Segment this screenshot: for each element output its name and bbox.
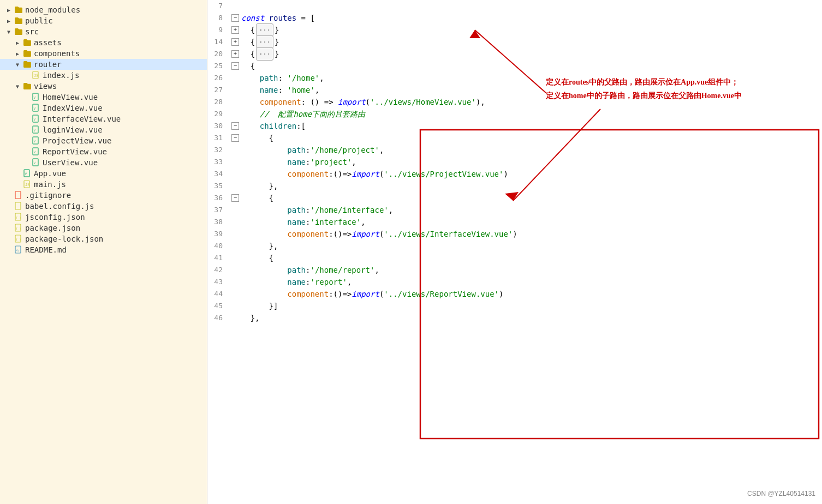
code-editor[interactable]: 7 8 9 14 20 25 26 27 28 29 30 31 32 33 3… — [207, 0, 822, 504]
sidebar-item-projectview[interactable]: V ProjectView.vue — [0, 135, 207, 146]
sidebar-item-node-modules[interactable]: ▶ node_modules — [0, 4, 207, 15]
vue-file-icon: V — [32, 115, 40, 123]
sidebar-item-homeview[interactable]: V HomeView.vue — [0, 92, 207, 103]
folder-icon — [23, 82, 32, 91]
sidebar-item-public[interactable]: ▶ public — [0, 15, 207, 26]
fold-button[interactable]: − — [231, 134, 239, 142]
js-file-icon: JS — [32, 71, 40, 80]
code-line-27: name: 'home', — [231, 84, 822, 96]
svg-rect-20 — [15, 191, 21, 199]
arrow-icon: ▶ — [13, 38, 22, 47]
fold-button[interactable]: − — [231, 62, 239, 70]
vue-file-icon: V — [32, 93, 40, 101]
arrow-icon: ▼ — [13, 60, 22, 69]
code-line-42: path:'/home/report', — [231, 264, 822, 276]
sidebar-item-label: App.vue — [34, 169, 66, 178]
js-file-icon: JS — [23, 180, 32, 189]
sidebar-item-label: assets — [34, 38, 62, 47]
code-line-41: { — [231, 252, 822, 264]
sidebar-item-app-vue[interactable]: V App.vue — [0, 168, 207, 179]
code-line-37: path:'/home/interface', — [231, 204, 822, 216]
vue-file-icon: V — [23, 169, 32, 178]
sidebar-item-indexview[interactable]: V IndexView.vue — [0, 103, 207, 113]
sidebar-item-label: public — [25, 16, 53, 25]
arrow-icon: ▶ — [13, 49, 22, 58]
sidebar-item-package-lock[interactable]: { } package-lock.json — [0, 233, 207, 244]
watermark: CSDN @YZL40514131 — [747, 488, 815, 500]
sidebar-item-label: ReportView.vue — [43, 147, 107, 156]
arrow-icon: ▶ — [4, 16, 13, 25]
sidebar-item-label: InterfaceView.vue — [43, 115, 121, 123]
code-line-26: path: '/home', — [231, 72, 822, 84]
fold-button[interactable]: + — [231, 50, 239, 58]
fold-button[interactable]: + — [231, 38, 239, 46]
sidebar-item-readme[interactable]: M↓ README.md — [0, 244, 207, 255]
sidebar-item-views[interactable]: ▼ views — [0, 81, 207, 92]
code-line-40: }, — [231, 240, 822, 252]
code-line-45: }] — [231, 300, 822, 312]
svg-text:{ }: { } — [16, 227, 21, 230]
sidebar-item-label: components — [34, 49, 80, 58]
folder-icon — [14, 16, 23, 25]
arrow-icon: ▼ — [13, 82, 22, 91]
fold-button[interactable]: + — [231, 26, 239, 34]
sidebar-item-label: babel.config.js — [25, 202, 94, 211]
svg-text:V: V — [34, 139, 36, 143]
sidebar-item-loginview[interactable]: V loginView.vue — [0, 124, 207, 135]
sidebar-item-babel-config[interactable]: babel.config.js — [0, 201, 207, 212]
svg-text:V: V — [34, 95, 36, 99]
vue-file-icon: V — [32, 158, 40, 167]
sidebar-item-router[interactable]: ▼ router — [0, 59, 207, 70]
code-line-29: // 配置home下面的且套路由 — [231, 108, 822, 120]
code-line-25: − { — [231, 60, 822, 72]
file-tree[interactable]: ▶ node_modules ▶ public ▼ src ▶ assets ▶ — [0, 0, 207, 504]
code-line-35: }, — [231, 180, 822, 192]
fold-button[interactable]: − — [231, 14, 239, 22]
fold-button[interactable]: − — [231, 122, 239, 130]
folder-icon — [23, 60, 32, 69]
sidebar-item-label: .gitignore — [25, 191, 71, 200]
json-file-icon: { } — [14, 235, 23, 243]
code-line-30: − children:[ — [231, 120, 822, 132]
sidebar-item-package-json[interactable]: { } package.json — [0, 223, 207, 233]
code-line-46: }, — [231, 312, 822, 324]
sidebar-item-interfaceview[interactable]: V InterfaceView.vue — [0, 113, 207, 124]
sidebar-item-label: IndexView.vue — [43, 104, 103, 112]
sidebar-item-label: index.js — [43, 71, 79, 80]
folder-icon — [23, 49, 32, 58]
json-file-icon: { } — [14, 224, 23, 232]
code-line-8: − const routes = [ — [231, 12, 822, 24]
sidebar-item-label: HomeView.vue — [43, 93, 98, 101]
arrow-icon: ▼ — [4, 27, 13, 36]
sidebar-item-reportview[interactable]: V ReportView.vue — [0, 146, 207, 157]
code-line-7 — [231, 0, 822, 12]
svg-text:V: V — [34, 161, 36, 165]
sidebar-item-main-js[interactable]: JS main.js — [0, 179, 207, 190]
svg-text:JS: JS — [34, 74, 38, 78]
git-file-icon — [14, 191, 23, 200]
sidebar-item-jsconfig[interactable]: { } jsconfig.json — [0, 212, 207, 223]
svg-text:V: V — [34, 117, 36, 121]
svg-text:M↓: M↓ — [16, 249, 19, 252]
sidebar-item-src[interactable]: ▼ src — [0, 26, 207, 37]
sidebar-item-label: package-lock.json — [25, 235, 103, 243]
sidebar-item-label: views — [34, 82, 57, 91]
sidebar-item-index-js[interactable]: JS index.js — [0, 70, 207, 81]
code-line-39: component:()=>import('../views/Interface… — [231, 228, 822, 240]
md-file-icon: M↓ — [14, 245, 23, 254]
vue-file-icon: V — [32, 104, 40, 112]
svg-text:V: V — [34, 128, 36, 132]
arrow-icon: ▶ — [4, 5, 13, 14]
sidebar-item-assets[interactable]: ▶ assets — [0, 37, 207, 48]
sidebar-item-label: UserView.vue — [43, 158, 98, 167]
sidebar-item-gitignore[interactable]: .gitignore — [0, 190, 207, 201]
vue-file-icon: V — [32, 125, 40, 134]
fold-button[interactable]: − — [231, 194, 239, 202]
code-line-33: name:'project', — [231, 156, 822, 168]
sidebar-item-components[interactable]: ▶ components — [0, 48, 207, 59]
sidebar-item-label: router — [34, 60, 62, 69]
svg-text:JS: JS — [25, 183, 29, 187]
svg-text:V: V — [34, 106, 36, 110]
sidebar-item-userview[interactable]: V UserView.vue — [0, 157, 207, 168]
code-line-36: − { — [231, 192, 822, 204]
